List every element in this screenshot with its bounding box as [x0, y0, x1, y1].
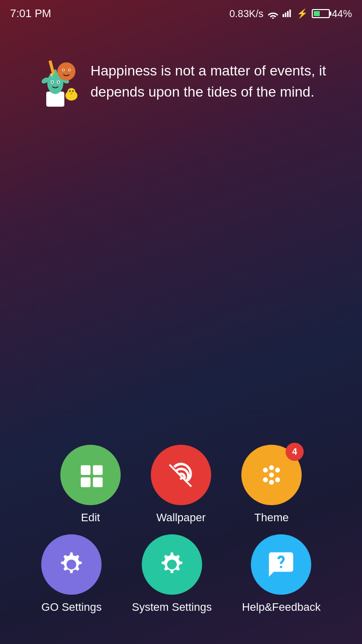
svg-point-22 — [69, 91, 71, 92]
time: 7:01 PM — [10, 7, 51, 20]
svg-point-23 — [72, 91, 74, 92]
svg-rect-3 — [289, 10, 291, 17]
edit-icon-circle — [60, 445, 121, 505]
wallpaper-label: Wallpaper — [156, 511, 206, 524]
quote-text: Happiness is not a matter of events, it … — [90, 55, 342, 103]
battery-fill — [314, 11, 320, 16]
network-speed: 0.83K/s — [229, 8, 263, 20]
svg-point-18 — [63, 69, 64, 70]
icon-row-2: GO Settings System Settings Help&Feedbac… — [0, 534, 362, 614]
svg-point-19 — [69, 69, 70, 70]
system-settings-icon-circle — [142, 534, 202, 595]
status-bar: 7:01 PM 0.83K/s ⚡ 44% — [0, 0, 362, 25]
svg-point-8 — [52, 82, 53, 83]
mascot-illustration — [30, 55, 80, 111]
signal-icon — [283, 8, 293, 20]
edit-label: Edit — [81, 511, 100, 524]
system-settings-label: System Settings — [132, 601, 212, 614]
svg-point-21 — [67, 88, 75, 96]
edit-button[interactable]: Edit — [60, 445, 121, 524]
wallpaper-icon-circle — [151, 445, 211, 505]
battery: 44% — [312, 8, 352, 20]
battery-icon — [312, 9, 330, 18]
svg-point-9 — [58, 82, 59, 83]
wallpaper-button[interactable]: Wallpaper — [151, 445, 211, 524]
theme-icon-circle: 4 — [241, 445, 302, 505]
icons-section: Edit Wallpaper 4 Theme — [0, 445, 362, 614]
quote-section: Happiness is not a matter of events, it … — [0, 25, 362, 131]
svg-rect-2 — [287, 11, 289, 17]
svg-rect-1 — [285, 13, 286, 17]
charging-icon: ⚡ — [297, 8, 308, 19]
status-right: 0.83K/s ⚡ 44% — [229, 8, 352, 20]
svg-rect-27 — [81, 477, 90, 487]
go-settings-icon-circle — [41, 534, 102, 595]
svg-rect-13 — [48, 60, 55, 75]
svg-rect-28 — [93, 477, 103, 487]
svg-rect-0 — [283, 14, 284, 17]
svg-rect-26 — [93, 465, 103, 475]
svg-point-15 — [57, 62, 75, 80]
theme-label: Theme — [254, 511, 289, 524]
theme-button[interactable]: 4 Theme — [241, 445, 302, 524]
help-feedback-icon-circle — [251, 534, 311, 595]
icon-row-1: Edit Wallpaper 4 Theme — [0, 445, 362, 524]
go-settings-button[interactable]: GO Settings — [41, 534, 102, 614]
battery-percent: 44% — [332, 8, 352, 20]
help-feedback-button[interactable]: Help&Feedback — [242, 534, 321, 614]
wifi-icon — [267, 10, 279, 18]
go-settings-label: GO Settings — [41, 601, 102, 614]
svg-rect-25 — [81, 465, 90, 475]
theme-badge: 4 — [286, 443, 304, 461]
help-feedback-label: Help&Feedback — [242, 601, 321, 614]
system-settings-button[interactable]: System Settings — [132, 534, 212, 614]
